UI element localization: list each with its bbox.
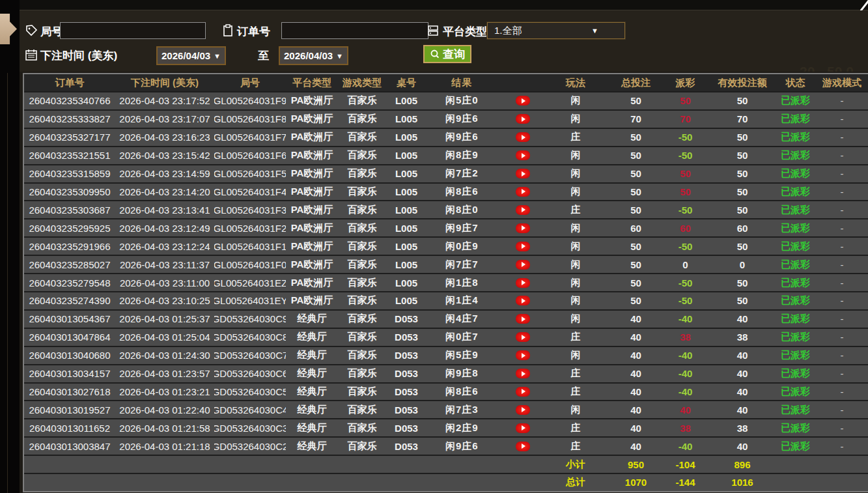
cell-total-bet: 70 (611, 111, 661, 128)
cell-play-type: 闲 (540, 111, 611, 128)
table-row: 2604032353407662026-04-03 23:17:52GL0052… (24, 91, 868, 109)
cell-status: 已派彩 (775, 238, 816, 255)
platform-select[interactable]: 1.全部 ▼ (487, 22, 625, 39)
cell-order-no: 260403235321551 (24, 147, 115, 164)
cell-table-no: L005 (386, 147, 427, 164)
result-text: 闲8庄6 (427, 386, 497, 398)
replay-button[interactable] (516, 187, 530, 197)
result-text: 闲1庄4 (427, 294, 497, 307)
cell-game-type: 百家乐 (338, 438, 386, 455)
cell-valid-bet: 40 (710, 347, 775, 364)
table-row: 2604030130116522026-04-03 01:21:58GD0532… (24, 418, 868, 436)
col-header-total-bet: 总投注 (611, 74, 661, 91)
cell-game-mode: - (816, 219, 868, 236)
cell-order-no: 260403013011652 (24, 419, 115, 436)
cell-status: 已派彩 (775, 201, 816, 218)
cell-game-mode: - (816, 184, 868, 201)
cell-status: 已派彩 (775, 419, 816, 436)
cell-payout: -50 (661, 238, 710, 255)
result-text: 闲9庄6 (427, 440, 497, 453)
replay-button[interactable] (516, 169, 530, 178)
replay-button[interactable] (516, 350, 530, 360)
table-row: 2604032353158592026-04-03 23:14:59GL0052… (24, 164, 868, 182)
replay-button[interactable] (516, 114, 530, 124)
result-text: 闲8庄6 (427, 186, 497, 198)
cell-valid-bet: 50 (710, 201, 775, 218)
cell-status: 已派彩 (775, 384, 816, 401)
cell-game-mode: - (816, 292, 868, 309)
replay-button[interactable] (516, 296, 530, 305)
footer-order-no (24, 474, 115, 491)
cell-payout: 50 (661, 165, 710, 182)
footer-valid-bet: 896 (710, 456, 775, 473)
cell-game-type: 百家乐 (338, 365, 386, 382)
cell-valid-bet: 50 (710, 129, 775, 146)
cell-game-type: 百家乐 (338, 129, 386, 146)
replay-button[interactable] (516, 332, 530, 342)
play-icon (522, 225, 525, 231)
cell-total-bet: 40 (611, 365, 661, 382)
replay-button[interactable] (516, 387, 530, 397)
result-text: 闲1庄8 (427, 277, 497, 289)
cell-round-no: GL005264031F4 (214, 184, 286, 201)
replay-button[interactable] (516, 260, 530, 270)
cell-game-mode: - (816, 274, 868, 291)
replay-button[interactable] (516, 132, 530, 142)
cell-round-no: GL005264031F2 (214, 219, 286, 236)
cell-valid-bet: 40 (710, 401, 775, 418)
cell-result: 闲7庄7 (427, 256, 540, 273)
date-to-picker[interactable]: 2026/04/03 ▼ (279, 46, 348, 65)
cell-valid-bet: 70 (710, 111, 775, 128)
replay-button[interactable] (516, 150, 530, 160)
replay-button[interactable] (516, 242, 530, 251)
cell-platform-type: 经典厅 (286, 401, 338, 418)
round-no-input[interactable] (60, 22, 206, 39)
cell-platform-type: PA欧洲厅 (286, 238, 338, 255)
cell-platform-type: 经典厅 (286, 311, 338, 328)
order-no-input[interactable] (281, 22, 428, 39)
replay-button[interactable] (516, 314, 530, 324)
cell-order-no: 260403235340766 (24, 92, 115, 109)
cell-table-no: L005 (386, 219, 427, 236)
col-header-status: 状态 (775, 74, 816, 91)
subtotal-row: 小计950-104896 (24, 455, 868, 473)
cell-bet-time: 2026-04-03 01:25:04 (115, 329, 214, 346)
chevron-down-icon: ▼ (591, 27, 598, 35)
cell-platform-type: PA欧洲厅 (286, 201, 338, 218)
cell-round-no: GL005264031F8 (214, 111, 286, 128)
cell-play-type: 庄 (540, 329, 611, 346)
replay-button[interactable] (516, 96, 530, 106)
cell-platform-type: 经典厅 (286, 347, 338, 364)
query-button[interactable]: 查询 (423, 45, 471, 63)
cell-play-type: 闲 (540, 238, 611, 255)
cell-game-type: 百家乐 (338, 238, 386, 255)
cell-table-no: D053 (386, 401, 427, 418)
sidebar-collapse-handle[interactable] (0, 14, 17, 44)
cell-play-type: 闲 (540, 92, 611, 109)
replay-button[interactable] (516, 205, 530, 215)
replay-button[interactable] (516, 278, 530, 288)
cell-order-no: 260403235295925 (24, 219, 115, 236)
cell-bet-time: 2026-04-03 23:10:25 (115, 292, 214, 309)
cell-valid-bet: 50 (710, 274, 775, 291)
replay-button[interactable] (516, 369, 530, 378)
footer-status (775, 474, 816, 491)
replay-button[interactable] (516, 423, 530, 433)
date-from-picker[interactable]: 2026/04/03 ▼ (156, 46, 226, 65)
replay-button[interactable] (516, 442, 530, 451)
replay-button[interactable] (516, 405, 530, 415)
cell-round-no: GL005264031F6 (214, 147, 286, 164)
cell-round-no: GL005264031F0 (214, 256, 286, 273)
cell-valid-bet: 50 (710, 147, 775, 164)
cell-order-no: 260403013003847 (24, 438, 115, 455)
result-text: 闲9庄6 (427, 113, 497, 125)
cell-payout: 40 (661, 401, 710, 418)
cell-order-no: 260403235285027 (24, 256, 115, 273)
replay-button[interactable] (516, 223, 530, 233)
cell-total-bet: 50 (611, 147, 661, 164)
play-icon (522, 153, 525, 158)
cell-play-type: 闲 (540, 147, 611, 164)
footer-platform-type (286, 456, 338, 473)
cell-platform-type: PA欧洲厅 (286, 165, 338, 182)
date-range-to-label: 至 (258, 48, 269, 63)
